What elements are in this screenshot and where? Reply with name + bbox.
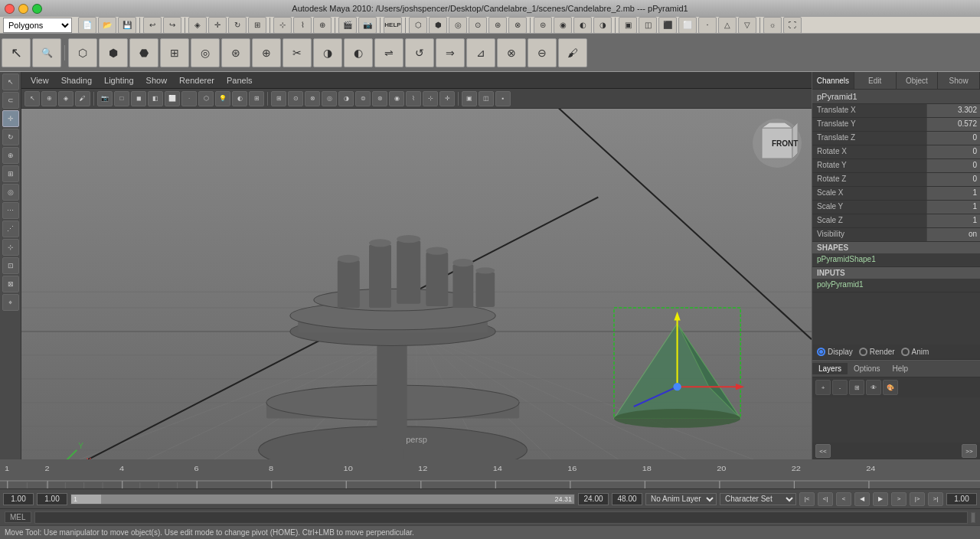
- fill-hole-btn[interactable]: ◑: [313, 38, 342, 67]
- translate-z-value[interactable]: 0: [926, 132, 980, 145]
- tb16[interactable]: ◑: [593, 17, 612, 34]
- bevel-btn[interactable]: ⬢: [99, 38, 128, 67]
- merge-btn[interactable]: ⊞: [160, 38, 189, 67]
- ipr-btn[interactable]: 📷: [358, 17, 377, 34]
- tb9[interactable]: ◎: [449, 17, 467, 34]
- tb25[interactable]: ⛶: [783, 17, 802, 34]
- vt-heads[interactable]: ⊙: [288, 91, 303, 106]
- left-universal-btn[interactable]: ⊞: [2, 165, 19, 182]
- rotate-y-row[interactable]: Rotate Y 0: [812, 159, 980, 173]
- cut-faces-btn[interactable]: ✂: [283, 38, 312, 67]
- vt-cam-attr[interactable]: 📷: [97, 91, 113, 106]
- select-tool-btn[interactable]: ↖: [2, 38, 31, 67]
- vt-deform[interactable]: ⊜: [355, 91, 371, 106]
- rotate-y-value[interactable]: 0: [926, 159, 980, 172]
- left-sculpt-btn[interactable]: ⋯: [2, 202, 19, 219]
- minimize-button[interactable]: [18, 4, 28, 14]
- vm-shading[interactable]: Shading: [57, 74, 96, 87]
- new-file-btn[interactable]: 📄: [78, 17, 96, 34]
- le-help-tab[interactable]: Help: [886, 363, 914, 374]
- tb12[interactable]: ⊗: [508, 17, 527, 34]
- vt-follicle[interactable]: ⊹: [423, 91, 438, 106]
- tb13[interactable]: ⊜: [534, 17, 552, 34]
- vt-texture[interactable]: ⬡: [198, 91, 214, 106]
- vt-select[interactable]: ↖: [24, 91, 40, 106]
- channels-tab[interactable]: Channels: [812, 72, 854, 89]
- tb14[interactable]: ◉: [554, 17, 572, 34]
- range-end-input[interactable]: [578, 493, 609, 505]
- maximize-button[interactable]: [32, 4, 42, 14]
- vt-compselect[interactable]: ◈: [58, 91, 74, 106]
- open-file-btn[interactable]: 📂: [98, 17, 116, 34]
- inputs-item-row[interactable]: polyPyramid1: [812, 279, 980, 292]
- vt-subdiv[interactable]: ◑: [338, 91, 354, 106]
- render-radio-item[interactable]: Render: [859, 348, 895, 356]
- tb11[interactable]: ⊛: [488, 17, 507, 34]
- translate-y-row[interactable]: Translate Y 0.572: [812, 118, 980, 132]
- flip-edge-btn[interactable]: ⇌: [374, 38, 403, 67]
- scale-y-row[interactable]: Scale Y 1: [812, 201, 980, 214]
- edit-tab[interactable]: Edit: [854, 72, 897, 89]
- go-end-btn[interactable]: >|: [928, 492, 943, 506]
- visibility-value[interactable]: on: [926, 228, 980, 241]
- help-btn[interactable]: HELP: [384, 17, 402, 34]
- tb19[interactable]: ⬛: [658, 17, 677, 34]
- rotate-x-value[interactable]: 0: [926, 145, 980, 158]
- snap-grid-btn[interactable]: ⊹: [273, 17, 292, 34]
- range-start-input[interactable]: [37, 493, 67, 505]
- combine-btn[interactable]: ⊗: [497, 38, 526, 67]
- vt-fluids[interactable]: ◉: [389, 91, 404, 106]
- subdivide-btn[interactable]: ⊛: [221, 38, 250, 67]
- tb20[interactable]: ⬜: [678, 17, 697, 34]
- step-back-btn[interactable]: <|: [818, 492, 833, 506]
- tb10[interactable]: ⊙: [469, 17, 487, 34]
- vt-dyn[interactable]: ⊛: [372, 91, 387, 106]
- frame-rate-input[interactable]: [946, 493, 977, 505]
- scale-y-value[interactable]: 1: [926, 201, 980, 214]
- layer-prev-btn[interactable]: <<: [815, 444, 831, 458]
- show-tab[interactable]: Show: [938, 72, 980, 89]
- scale-z-value[interactable]: 1: [926, 214, 980, 227]
- vt-shadows[interactable]: ◐: [232, 91, 247, 106]
- vm-panels[interactable]: Panels: [222, 74, 257, 87]
- vt-bndbox[interactable]: ⬜: [165, 91, 180, 106]
- scale-btn[interactable]: ⊞: [248, 17, 266, 34]
- snap-point-btn[interactable]: ⊕: [313, 17, 332, 34]
- layer-vis-btn[interactable]: 👁: [866, 380, 881, 395]
- translate-x-row[interactable]: Translate X 3.302: [812, 104, 980, 118]
- go-start-btn[interactable]: |<: [799, 492, 815, 506]
- vt-nurbs[interactable]: ⊗: [305, 91, 320, 106]
- left-rotate-btn[interactable]: ↻: [2, 129, 19, 145]
- select-btn[interactable]: ◈: [188, 17, 207, 34]
- scale-x-value[interactable]: 1: [926, 187, 980, 200]
- tb21[interactable]: ⬝: [698, 17, 717, 34]
- vt-isolate[interactable]: ◫: [479, 91, 494, 106]
- snap-curve-btn[interactable]: ⌇: [293, 17, 312, 34]
- vt-polys[interactable]: ◎: [322, 91, 337, 106]
- undo-btn[interactable]: ↩: [143, 17, 162, 34]
- mel-scroll-handle[interactable]: [971, 512, 975, 523]
- 3d-viewport[interactable]: Y X Z persp: [21, 109, 812, 459]
- shapes-item-row[interactable]: pPyramidShape1: [812, 253, 980, 267]
- vt-smooth[interactable]: ◼: [131, 91, 146, 106]
- render-btn[interactable]: 🎬: [338, 17, 357, 34]
- view-cube[interactable]: FRONT: [750, 116, 804, 170]
- left-crease-btn[interactable]: ⋰: [2, 220, 19, 237]
- vt-wireframe[interactable]: □: [114, 91, 129, 106]
- smooth-btn[interactable]: ◎: [191, 38, 220, 67]
- play-back-btn[interactable]: ◀: [854, 492, 870, 506]
- rotate-z-value[interactable]: 0: [926, 173, 980, 186]
- boolean-btn[interactable]: ⊖: [528, 38, 557, 67]
- mode-dropdown[interactable]: Polygons Animation Rendering: [3, 18, 72, 33]
- bridge-btn[interactable]: ⬣: [129, 38, 158, 67]
- vm-show[interactable]: Show: [142, 74, 172, 87]
- left-dolly-btn[interactable]: ⊠: [2, 276, 19, 292]
- translate-y-value[interactable]: 0.572: [926, 118, 980, 131]
- vt-points[interactable]: ·: [181, 91, 197, 106]
- play-fwd-btn[interactable]: ▶: [873, 492, 888, 506]
- new-layer-btn[interactable]: +: [815, 380, 831, 395]
- extrude-btn[interactable]: ⬡: [68, 38, 97, 67]
- anim-radio[interactable]: Anim: [901, 348, 929, 356]
- wedge-btn[interactable]: ⊿: [466, 38, 495, 67]
- spin-edge-btn[interactable]: ↺: [405, 38, 434, 67]
